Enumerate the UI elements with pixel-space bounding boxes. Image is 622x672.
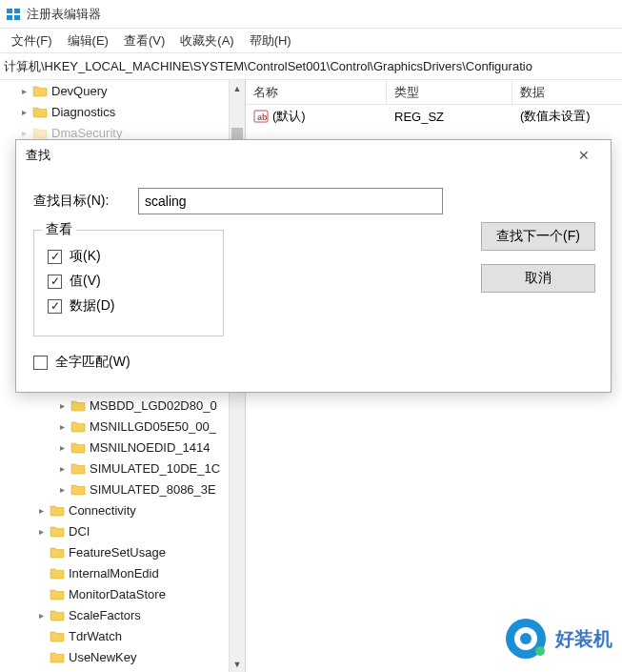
chevron-right-icon[interactable]: ▸: [34, 503, 48, 517]
tree-item-label: DmaSecurity: [51, 126, 122, 140]
dialog-body: 查找目标(N): 查找下一个(F) 取消 查看 项(K) 值(V) 数据(D): [16, 171, 611, 384]
folder-icon: [50, 503, 65, 517]
string-value-icon: ab: [253, 109, 269, 124]
svg-rect-0: [7, 9, 12, 13]
look-at-groupbox: 查看 项(K) 值(V) 数据(D): [33, 230, 224, 336]
find-next-button[interactable]: 查找下一个(F): [481, 222, 595, 251]
tree-spacer: [34, 545, 48, 559]
tree-item[interactable]: ▸MSNILLGD05E50_00_: [0, 416, 245, 437]
folder-icon: [50, 545, 65, 559]
value-row[interactable]: ab (默认) REG_SZ (数值未设置): [246, 105, 622, 128]
tree-item[interactable]: ▸Diagnostics: [0, 101, 245, 122]
find-label: 查找目标(N):: [33, 193, 138, 210]
window-title: 注册表编辑器: [27, 6, 101, 23]
address-bar[interactable]: 计算机\HKEY_LOCAL_MACHINE\SYSTEM\ControlSet…: [0, 53, 622, 80]
checkbox-icon: [48, 250, 62, 264]
chevron-right-icon[interactable]: ▸: [17, 84, 30, 97]
menu-edit[interactable]: 编辑(E): [60, 30, 116, 52]
tree-item[interactable]: ▸DCI: [0, 520, 245, 541]
folder-icon: [70, 461, 86, 475]
menubar: 文件(F) 编辑(E) 查看(V) 收藏夹(A) 帮助(H): [0, 29, 622, 53]
tree-item-label: MSNILNOEDID_1414: [90, 440, 210, 455]
checkbox-keys-label: 项(K): [70, 248, 101, 265]
tree-item-label: SIMULATED_8086_3E: [90, 482, 216, 497]
chevron-right-icon[interactable]: ▸: [55, 482, 69, 496]
tree-item[interactable]: FeatureSetUsage: [0, 541, 245, 562]
checkbox-values-label: 值(V): [70, 273, 101, 290]
checkbox-data-label: 数据(D): [70, 297, 114, 315]
groupbox-legend: 查看: [42, 221, 76, 238]
address-path: 计算机\HKEY_LOCAL_MACHINE\SYSTEM\ControlSet…: [4, 58, 532, 75]
chevron-right-icon[interactable]: ▸: [55, 398, 69, 412]
value-name: (默认): [272, 108, 306, 125]
checkbox-icon: [48, 299, 62, 314]
menu-favorites[interactable]: 收藏夹(A): [172, 30, 241, 52]
chevron-right-icon[interactable]: ▸: [17, 126, 30, 139]
col-data[interactable]: 数据: [512, 80, 622, 104]
menu-view[interactable]: 查看(V): [116, 30, 172, 52]
tree-spacer: [34, 650, 48, 663]
svg-rect-1: [14, 9, 20, 13]
folder-icon: [32, 105, 48, 118]
tree-item[interactable]: ▸SIMULATED_10DE_1C: [0, 458, 245, 479]
tree-item-label: InternalMonEdid: [69, 566, 159, 580]
find-input[interactable]: [138, 188, 443, 214]
scroll-down-icon[interactable]: ▼: [230, 656, 245, 672]
menu-help[interactable]: 帮助(H): [242, 30, 299, 52]
folder-icon: [32, 84, 48, 97]
svg-text:ab: ab: [257, 112, 268, 122]
svg-rect-3: [14, 15, 20, 20]
tree-item-label: Connectivity: [69, 503, 136, 518]
values-header: 名称 类型 数据: [246, 80, 622, 105]
tree-item-label: UseNewKey: [69, 650, 137, 664]
checkbox-whole-word[interactable]: 全字匹配(W): [33, 354, 593, 371]
tree-item[interactable]: TdrWatch: [0, 625, 245, 646]
tree-item-label: DevQuery: [51, 84, 108, 98]
checkbox-keys[interactable]: 项(K): [48, 248, 210, 265]
tree-spacer: [34, 629, 48, 642]
svg-point-9: [535, 646, 545, 656]
find-dialog: 查找 ✕ 查找目标(N): 查找下一个(F) 取消 查看 项(K) 值(V) 数…: [15, 139, 612, 393]
menu-file[interactable]: 文件(F): [4, 30, 60, 52]
chevron-right-icon[interactable]: ▸: [34, 524, 48, 538]
chevron-right-icon[interactable]: ▸: [55, 440, 69, 454]
tree-item-label: MonitorDataStore: [69, 587, 166, 601]
scroll-up-icon[interactable]: ▲: [230, 80, 245, 96]
checkbox-values[interactable]: 值(V): [48, 273, 210, 290]
tree-item[interactable]: ▸MSBDD_LGD02D80_0: [0, 395, 245, 416]
tree-item-label: DCI: [69, 524, 90, 539]
tree-item[interactable]: ▸MSNILNOEDID_1414: [0, 437, 245, 458]
folder-icon: [50, 608, 65, 621]
folder-icon: [50, 566, 65, 580]
chevron-right-icon[interactable]: ▸: [17, 105, 30, 118]
tree-item[interactable]: ▸ScaleFactors: [0, 604, 245, 625]
tree-item-label: MSBDD_LGD02D80_0: [90, 398, 217, 413]
dialog-titlebar[interactable]: 查找 ✕: [16, 140, 611, 171]
tree-spacer: [34, 566, 48, 580]
folder-icon: [50, 629, 65, 642]
tree-item[interactable]: InternalMonEdid: [0, 562, 245, 583]
folder-icon: [50, 524, 65, 538]
close-icon[interactable]: ✕: [567, 142, 601, 169]
tree-item[interactable]: ▸DevQuery: [0, 80, 245, 101]
folder-icon: [50, 587, 65, 601]
tree-item[interactable]: MonitorDataStore: [0, 583, 245, 604]
chevron-right-icon[interactable]: ▸: [34, 608, 48, 621]
value-type: REG_SZ: [387, 108, 512, 126]
window-titlebar: 注册表编辑器: [0, 0, 622, 29]
tree-item[interactable]: UseNewKey: [0, 646, 245, 667]
chevron-right-icon[interactable]: ▸: [55, 461, 69, 475]
tree-item[interactable]: ▸Connectivity: [0, 499, 245, 520]
col-name[interactable]: 名称: [246, 80, 387, 104]
tree-item-label: TdrWatch: [69, 629, 122, 643]
tree-item-label: FeatureSetUsage: [69, 545, 166, 560]
checkbox-data[interactable]: 数据(D): [48, 297, 210, 315]
dialog-title: 查找: [26, 147, 50, 164]
tree-spacer: [34, 587, 48, 601]
cancel-button[interactable]: 取消: [481, 264, 595, 293]
checkbox-icon: [33, 356, 48, 370]
watermark-text: 好装机: [555, 626, 612, 652]
tree-item[interactable]: ▸SIMULATED_8086_3E: [0, 479, 245, 499]
col-type[interactable]: 类型: [387, 80, 512, 104]
chevron-right-icon[interactable]: ▸: [55, 419, 69, 433]
